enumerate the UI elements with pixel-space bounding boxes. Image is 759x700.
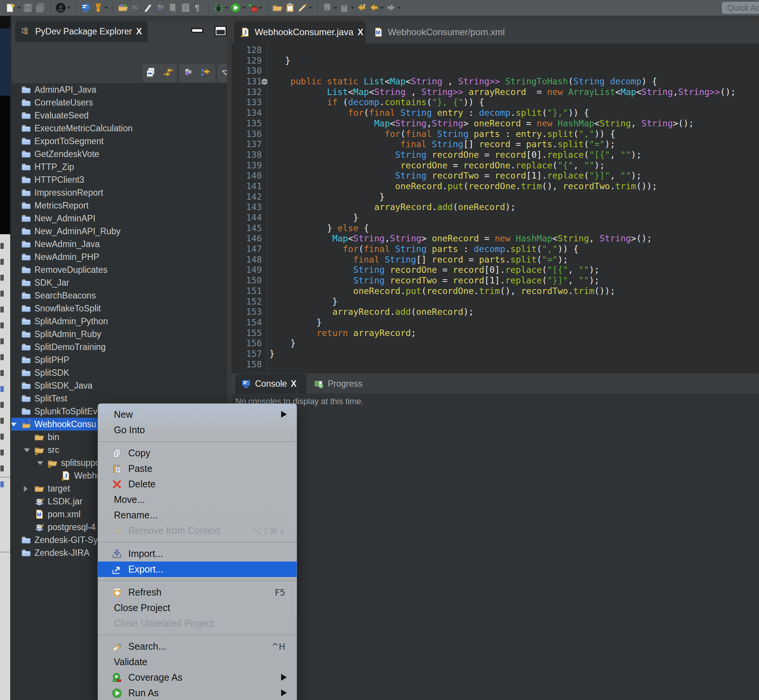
new-wizard-icon[interactable]	[5, 2, 21, 14]
menu-item-export[interactable]: Export...	[98, 561, 297, 577]
debug-folder-icon[interactable]	[118, 2, 129, 14]
tree-row[interactable]: HTTPClient3	[11, 173, 227, 186]
modules-icon[interactable]	[155, 2, 166, 14]
menu-item-refresh[interactable]: RefreshF5	[98, 584, 297, 600]
fold-marker-icon[interactable]	[261, 79, 267, 85]
menu-item-import[interactable]: Import...	[98, 546, 297, 561]
menu-item-move[interactable]: Move...	[98, 492, 297, 508]
tree-row[interactable]: SplitTest	[11, 392, 227, 405]
close-icon[interactable]: X	[290, 379, 296, 389]
back-icon[interactable]	[369, 2, 384, 14]
cut-tool-icon[interactable]	[143, 2, 154, 14]
tree-row[interactable]: SearchBeacons	[11, 289, 227, 302]
annotate-pen-icon[interactable]	[297, 2, 312, 14]
chevron-expanded-icon[interactable]	[11, 423, 17, 427]
dropdown-caret-icon[interactable]	[351, 7, 355, 9]
dropdown-caret-icon[interactable]	[242, 7, 245, 9]
dropdown-caret-icon[interactable]	[309, 7, 312, 9]
remove-from-context-icon	[112, 525, 128, 536]
filters-icon[interactable]	[183, 67, 194, 80]
collapse-all-icon[interactable]	[146, 67, 157, 80]
menu-item-run-as[interactable]: Run As	[98, 685, 297, 700]
pydev-package-icon[interactable]	[93, 2, 108, 14]
close-icon[interactable]: X	[358, 27, 363, 38]
dropdown-caret-icon[interactable]	[67, 7, 71, 9]
menu-item-search[interactable]: Search...^H	[98, 639, 297, 654]
editor-tab-pom[interactable]: MWebhookConsumer/pom.xml	[367, 21, 518, 44]
export-doc-icon[interactable]	[339, 2, 355, 14]
clipboard-icon[interactable]	[284, 2, 295, 14]
tree-row[interactable]: AdminAPI_Java	[11, 83, 227, 96]
tree-row[interactable]: MetricsReport	[11, 199, 227, 212]
last-edit-location-icon[interactable]	[356, 2, 367, 14]
menu-item-rename[interactable]: Rename...	[98, 508, 297, 523]
tree-row[interactable]: ExecuteMetricCalculation	[11, 122, 227, 135]
maximize-button[interactable]	[216, 27, 225, 35]
tree-row[interactable]: SplitAdmin_Python	[11, 315, 227, 328]
dropdown-caret-icon[interactable]	[334, 7, 337, 9]
menu-item-remove-from-context[interactable]: Remove from Context⌥⇧⌘↓	[98, 523, 297, 538]
outline-doc-icon[interactable]	[180, 2, 191, 14]
import-doc-icon[interactable]	[322, 2, 337, 14]
chevron-collapsed-icon[interactable]	[24, 486, 28, 492]
tree-row[interactable]: CorrelateUsers	[11, 96, 227, 109]
dropdown-caret-icon[interactable]	[259, 7, 262, 9]
debug-bug-icon[interactable]	[213, 2, 228, 14]
menu-item-copy[interactable]: Copy	[98, 445, 297, 461]
show-whitespace-icon[interactable]: ¶	[192, 2, 203, 14]
tree-row[interactable]: SplitPHP	[11, 353, 227, 366]
menu-item-coverage-as[interactable]: Coverage As	[98, 670, 297, 685]
tree-row[interactable]: GetZendeskVote	[11, 148, 227, 161]
tree-row[interactable]: EvaluateSeed	[11, 109, 227, 122]
tree-row[interactable]: NewAdmin_PHP	[11, 250, 227, 263]
menu-item-paste[interactable]: Paste	[98, 461, 297, 477]
chevron-expanded-icon[interactable]	[37, 461, 43, 465]
tree-row[interactable]: SnowflakeToSplit	[11, 302, 227, 315]
forward-icon[interactable]	[386, 2, 401, 14]
console-tab-progress[interactable]: Progress	[308, 374, 372, 394]
tree-row[interactable]: ImpressionReport	[11, 186, 227, 199]
team-sync-icon[interactable]: TC	[130, 2, 141, 14]
close-icon[interactable]: X	[136, 27, 142, 37]
tree-row[interactable]: ExportToSegment	[11, 135, 227, 148]
tree-row[interactable]: HTTP_Zip	[11, 161, 227, 173]
run-config-icon[interactable]	[247, 2, 262, 14]
tree-row[interactable]: SDK_Jar	[11, 276, 227, 289]
save-all-icon[interactable]	[35, 2, 46, 14]
save-icon[interactable]	[22, 2, 33, 14]
tree-row[interactable]: New_AdminAPI	[11, 212, 227, 225]
quick-access-box[interactable]: Quick Access	[722, 2, 759, 14]
menu-item-new[interactable]: New	[98, 407, 297, 422]
copy-doc-icon[interactable]	[168, 2, 179, 14]
menu-item-go-into[interactable]: Go Into	[98, 422, 297, 438]
menu-item-close-project[interactable]: Close Project	[98, 600, 297, 616]
user-profile-icon[interactable]	[55, 2, 71, 14]
console-view-icon[interactable]	[80, 2, 91, 14]
minimize-button[interactable]	[192, 29, 202, 32]
dropdown-caret-icon[interactable]	[397, 7, 401, 9]
tree-row[interactable]: SplitAdmin_Ruby	[11, 328, 227, 341]
console-tab-console[interactable]: ConsoleX	[235, 374, 306, 394]
tree-row[interactable]: RemoveDuplicates	[11, 263, 227, 276]
editor-tab-java[interactable]: JWebhookConsumer.javaX	[234, 21, 365, 44]
focus-on-task-icon[interactable]	[200, 67, 212, 80]
dropdown-caret-icon[interactable]	[105, 7, 108, 9]
tab-pydev-package-explorer[interactable]: PyDev Package Explorer X	[15, 21, 148, 42]
code-editor[interactable]: 1281291301311321331341351361371381391401…	[231, 44, 759, 373]
dropdown-caret-icon[interactable]	[225, 7, 228, 9]
tree-row[interactable]: New_AdminAPI_Ruby	[11, 225, 227, 238]
menu-item-validate[interactable]: Validate	[98, 654, 297, 670]
chevron-expanded-icon[interactable]	[24, 448, 30, 452]
menu-item-delete[interactable]: Delete	[98, 477, 297, 492]
link-with-editor-icon[interactable]	[163, 67, 174, 80]
tree-row[interactable]: SplitSDK	[11, 366, 227, 379]
open-folder-icon[interactable]	[272, 2, 283, 14]
dropdown-caret-icon[interactable]	[380, 7, 384, 9]
run-icon[interactable]	[230, 2, 245, 14]
menu-item-close-unrelated-project[interactable]: Close Unrelated Project	[98, 616, 297, 631]
dropdown-caret-icon[interactable]	[17, 7, 21, 9]
tree-row[interactable]: SplitDemoTraining	[11, 341, 227, 353]
tree-row[interactable]: SplitSDK_Java	[11, 379, 227, 392]
tree-row[interactable]: NewAdmin_Java	[11, 238, 227, 250]
view-menu-icon[interactable]	[220, 67, 227, 80]
